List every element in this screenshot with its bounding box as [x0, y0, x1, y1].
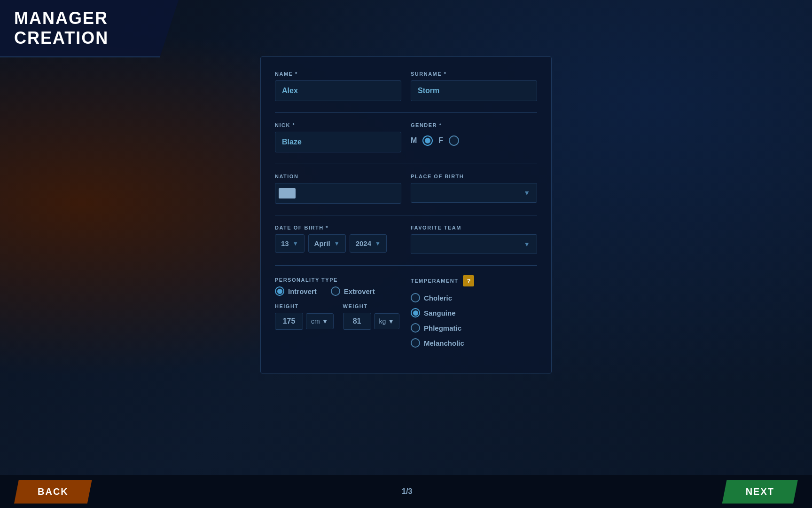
place-of-birth-dropdown[interactable]: ▼	[411, 183, 537, 203]
temperament-options: Choleric Sanguine Phlegmatic Melancholic	[411, 293, 537, 348]
date-day-dropdown[interactable]: 13 ▼	[275, 234, 304, 253]
divider-2	[275, 164, 537, 164]
sanguine-radio[interactable]	[411, 308, 420, 318]
choleric-option[interactable]: Choleric	[411, 293, 537, 302]
place-of-birth-group: PLACE OF BIRTH ▼	[411, 174, 537, 204]
page-title: MANAGER CREATION	[14, 8, 109, 48]
introvert-option[interactable]: Introvert	[275, 286, 317, 296]
date-year-arrow: ▼	[375, 240, 381, 247]
height-unit-dropdown[interactable]: cm ▼	[306, 313, 334, 329]
name-surname-row: NAME * SURNAME *	[275, 71, 537, 101]
gender-male-letter: M	[411, 136, 417, 145]
choleric-radio[interactable]	[411, 293, 420, 302]
date-year-value: 2024	[356, 239, 371, 247]
date-month-arrow: ▼	[334, 240, 340, 247]
height-unit-value: cm	[311, 318, 320, 325]
name-input[interactable]	[275, 80, 401, 101]
temperament-header: TEMPERAMENT ?	[411, 275, 537, 286]
phlegmatic-label: Phlegmatic	[424, 324, 461, 332]
gender-label: GENDER *	[411, 122, 537, 128]
melancholic-radio[interactable]	[411, 338, 420, 348]
personality-options: Introvert Extrovert	[275, 286, 401, 296]
introvert-radio[interactable]	[275, 286, 284, 296]
choleric-label: Choleric	[424, 294, 452, 302]
extrovert-label: Extrovert	[344, 287, 375, 295]
form-container: NAME * SURNAME * NICK * GENDER * M F NA	[260, 56, 552, 373]
personality-label: PERSONALITY TYPE	[275, 277, 338, 283]
height-group: HEIGHT cm ▼	[275, 303, 334, 330]
next-button[interactable]: NEXT	[722, 480, 798, 504]
height-input-row: cm ▼	[275, 313, 334, 330]
personality-section: PERSONALITY TYPE Introvert Extrovert HEI…	[275, 275, 401, 330]
height-unit-arrow: ▼	[322, 318, 328, 325]
nick-label: NICK *	[275, 122, 401, 128]
gender-female-radio[interactable]	[449, 135, 459, 146]
gender-group: GENDER * M F	[411, 122, 537, 152]
date-day-arrow: ▼	[293, 240, 298, 247]
date-year-dropdown[interactable]: 2024 ▼	[350, 234, 387, 253]
weight-group: WEIGHT kg ▼	[343, 303, 400, 330]
page-indicator: 1/3	[402, 487, 412, 496]
phlegmatic-radio[interactable]	[411, 323, 420, 333]
divider-1	[275, 112, 537, 113]
sanguine-label: Sanguine	[424, 309, 456, 317]
introvert-label: Introvert	[288, 287, 317, 295]
temperament-label: TEMPERAMENT	[411, 278, 458, 284]
phlegmatic-option[interactable]: Phlegmatic	[411, 323, 537, 333]
personality-temperament-row: PERSONALITY TYPE Introvert Extrovert HEI…	[275, 275, 537, 348]
bottom-bar: BACK 1/3 NEXT	[0, 475, 812, 508]
weight-label: WEIGHT	[343, 303, 400, 309]
gender-male-radio[interactable]	[422, 135, 433, 146]
surname-group: SURNAME *	[411, 71, 537, 101]
nation-input-wrapper	[275, 183, 401, 204]
dob-label: DATE OF BIRTH *	[275, 225, 401, 230]
flag-icon	[279, 188, 296, 198]
nick-group: NICK *	[275, 122, 401, 152]
nation-birth-row: NATION PLACE OF BIRTH ▼	[275, 174, 537, 204]
height-weight-row: HEIGHT cm ▼ WEIGHT kg	[275, 303, 401, 330]
surname-label: SURNAME *	[411, 71, 537, 77]
temperament-section: TEMPERAMENT ? Choleric Sanguine Phlegmat…	[411, 275, 537, 348]
extrovert-option[interactable]: Extrovert	[331, 286, 375, 296]
extrovert-radio[interactable]	[331, 286, 340, 296]
gender-options: M F	[411, 135, 537, 146]
temperament-help-button[interactable]: ?	[463, 275, 474, 286]
nick-input[interactable]	[275, 132, 401, 152]
name-group: NAME *	[275, 71, 401, 101]
date-month-dropdown[interactable]: April ▼	[308, 234, 346, 253]
weight-input[interactable]	[343, 313, 371, 330]
gender-female-letter: F	[438, 136, 443, 145]
nation-label: NATION	[275, 174, 401, 179]
height-label: HEIGHT	[275, 303, 334, 309]
divider-3	[275, 215, 537, 215]
favorite-team-dropdown[interactable]: ▼	[411, 234, 537, 254]
place-of-birth-arrow: ▼	[523, 189, 530, 197]
header: MANAGER CREATION	[0, 0, 179, 57]
melancholic-label: Melancholic	[424, 339, 464, 347]
weight-input-row: kg ▼	[343, 313, 400, 330]
surname-input[interactable]	[411, 80, 537, 101]
sanguine-option[interactable]: Sanguine	[411, 308, 537, 318]
date-row: 13 ▼ April ▼ 2024 ▼	[275, 234, 401, 253]
weight-unit-arrow: ▼	[388, 318, 394, 325]
weight-unit-dropdown[interactable]: kg ▼	[374, 313, 400, 329]
dob-group: DATE OF BIRTH * 13 ▼ April ▼ 2024 ▼	[275, 225, 401, 254]
date-month-value: April	[314, 239, 330, 247]
height-input[interactable]	[275, 313, 303, 330]
melancholic-option[interactable]: Melancholic	[411, 338, 537, 348]
back-button[interactable]: BACK	[14, 480, 92, 504]
favorite-team-label: FAVORITE TEAM	[411, 225, 537, 230]
nick-gender-row: NICK * GENDER * M F	[275, 122, 537, 152]
weight-unit-value: kg	[379, 318, 386, 325]
help-symbol: ?	[467, 278, 470, 285]
dob-team-row: DATE OF BIRTH * 13 ▼ April ▼ 2024 ▼ FAVO…	[275, 225, 537, 254]
place-of-birth-label: PLACE OF BIRTH	[411, 174, 537, 179]
divider-4	[275, 265, 537, 266]
nation-group: NATION	[275, 174, 401, 204]
name-label: NAME *	[275, 71, 401, 77]
date-day-value: 13	[281, 239, 289, 247]
favorite-team-group: FAVORITE TEAM ▼	[411, 225, 537, 254]
favorite-team-arrow: ▼	[523, 240, 530, 248]
